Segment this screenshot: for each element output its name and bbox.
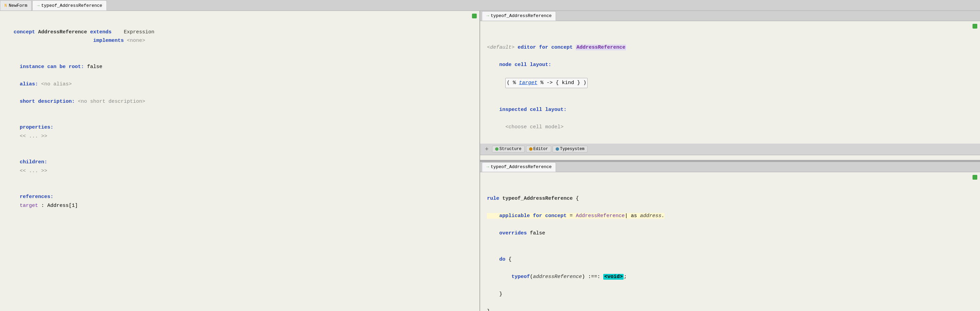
kw-concept: concept: [14, 29, 35, 35]
sub-tab-structure[interactable]: Structure: [492, 146, 525, 152]
children-ellipsis: << ... >>: [20, 168, 47, 174]
kw-instance: instance: [20, 64, 44, 70]
tab-typeof-ref[interactable]: → typeof_AddressReference: [32, 0, 107, 11]
structure-dot: [495, 147, 498, 151]
extends-type: Expression: [124, 29, 154, 35]
kw-do: do: [499, 257, 505, 262]
kw-inspected: inspected cell layout:: [499, 107, 566, 113]
typesystem-code: rule typeof_AddressReference { applicabl…: [480, 172, 980, 311]
choose-cell-line: <choose cell model>: [487, 124, 563, 130]
typeof-top-icon: →: [486, 13, 489, 18]
addr-ref-var: addressReference: [533, 274, 582, 280]
typeof-bottom-icon: →: [486, 164, 489, 169]
address-type: Address[1]: [47, 203, 78, 209]
children-section: children: << ... >>: [14, 159, 47, 174]
overrides-line: overrides false: [487, 230, 545, 236]
typeof-tab-icon: →: [37, 3, 40, 8]
typeof-tab-label: typeof_AddressReference: [41, 3, 102, 8]
val-false2: false: [530, 230, 545, 236]
kw-extends: extends: [90, 29, 111, 35]
tab-typeof-ref-bottom[interactable]: → typeof_AddressReference: [482, 162, 556, 172]
short-desc-line: short description: <no short description…: [14, 99, 145, 104]
assign-op: :==:: [588, 274, 600, 280]
green-indicator-left: [472, 14, 477, 18]
editor-label: Editor: [533, 147, 548, 152]
kw-alias: alias:: [20, 81, 38, 87]
add-button[interactable]: +: [483, 146, 491, 153]
close-do-line: }: [487, 291, 502, 297]
right-bottom-panel: → typeof_AddressReference rule typeof_Ad…: [480, 162, 980, 311]
instance-line: instance can be root: false: [14, 64, 102, 70]
kw-as: as: [631, 213, 637, 219]
kw-references: references:: [20, 194, 53, 200]
typeof-call-line: typeof(addressReference) :==: <void>;: [487, 274, 627, 280]
properties-section: properties: << ... >>: [14, 124, 53, 139]
tab-typeof-ref-top[interactable]: → typeof_AddressReference: [482, 11, 556, 21]
newform-tab-icon: N: [5, 3, 7, 8]
target-underline: target: [519, 80, 537, 86]
cell-layout: ( % target % -> { kind } ): [505, 78, 588, 88]
sub-tab-typesystem[interactable]: Typesystem: [552, 146, 588, 152]
applicable-line: applicable for concept = AddressReferenc…: [487, 213, 665, 219]
newform-tab-label: NewForm: [9, 3, 27, 8]
kw-for: for: [539, 45, 548, 50]
kw-can-be-root: can be root:: [47, 64, 84, 70]
val-no-short: <no short description>: [78, 99, 145, 104]
addr-ref-name: AddressReference: [576, 213, 625, 219]
kw-implements: implements: [93, 38, 124, 43]
close-rule-line: }: [487, 309, 490, 311]
rule-name: typeof_AddressReference: [502, 196, 573, 201]
concept-name-highlight: AddressReference: [576, 45, 626, 50]
right-top-panel: → typeof_AddressReference <default> edit…: [480, 11, 980, 161]
sub-tab-editor[interactable]: Editor: [526, 146, 551, 152]
structure-label: Structure: [500, 147, 522, 152]
val-no-alias: <no alias>: [41, 81, 72, 87]
kw-editor: editor: [517, 45, 536, 50]
kw-properties: properties:: [20, 124, 53, 130]
editor-dot: [529, 147, 533, 151]
target-ref: target: [20, 203, 38, 209]
node-cell-line: node cell layout:: [487, 62, 551, 68]
green-indicator-bottom: [972, 175, 977, 180]
editor-code: <default> editor for concept AddressRefe…: [480, 21, 980, 144]
kw-children: children:: [20, 159, 47, 165]
inspected-line: inspected cell layout:: [487, 107, 566, 113]
do-line: do {: [487, 257, 511, 262]
cell-layout-line: ( % target % -> { kind } ): [487, 80, 588, 86]
addr-var: address.: [640, 213, 665, 219]
typeof-top-label: typeof_AddressReference: [491, 13, 552, 18]
kw-for2: for: [533, 213, 542, 219]
tab-newform[interactable]: N NewForm: [0, 0, 32, 11]
kw-node-cell: node cell layout:: [499, 62, 551, 68]
references-section: references: target : Address[1]: [14, 194, 78, 209]
rule-line: rule typeof_AddressReference {: [487, 196, 579, 201]
typeof-call: typeof: [511, 274, 530, 280]
implements-none: <none>: [127, 38, 145, 43]
left-panel: concept AddressReference extends Express…: [0, 11, 480, 311]
editor-default-line: <default> editor for concept AddressRefe…: [487, 45, 626, 50]
right-bottom-tab-bar: → typeof_AddressReference: [480, 162, 980, 172]
val-false: false: [87, 64, 102, 70]
sub-tab-bar: + Structure Editor Typesystem: [480, 144, 980, 155]
default-tag: <default>: [487, 45, 514, 50]
properties-ellipsis: << ... >>: [20, 133, 47, 139]
concept-code: concept AddressReference extends Express…: [7, 14, 473, 222]
typesystem-dot: [556, 147, 559, 151]
concept-declaration: concept AddressReference extends Express…: [14, 29, 154, 44]
kw-overrides: overrides: [499, 230, 527, 236]
kw-concept-editor: concept: [551, 45, 573, 50]
void-tag: <void>: [603, 274, 624, 280]
typeof-bottom-label: typeof_AddressReference: [491, 164, 552, 169]
kw-applicable: applicable: [499, 213, 530, 219]
green-indicator-top: [972, 24, 977, 29]
right-panel: → typeof_AddressReference <default> edit…: [480, 11, 980, 311]
concept-name: AddressReference: [38, 29, 87, 35]
kw-choose: <choose cell model>: [505, 124, 563, 130]
alias-line: alias: <no alias>: [14, 81, 72, 87]
kw-rule: rule: [487, 196, 499, 201]
semicolon: ;: [624, 274, 627, 280]
typesystem-label: Typesystem: [560, 147, 584, 152]
kw-short-desc: short description:: [20, 99, 75, 104]
kw-concept3: concept: [545, 213, 566, 219]
right-top-tab-bar: → typeof_AddressReference: [480, 11, 980, 21]
